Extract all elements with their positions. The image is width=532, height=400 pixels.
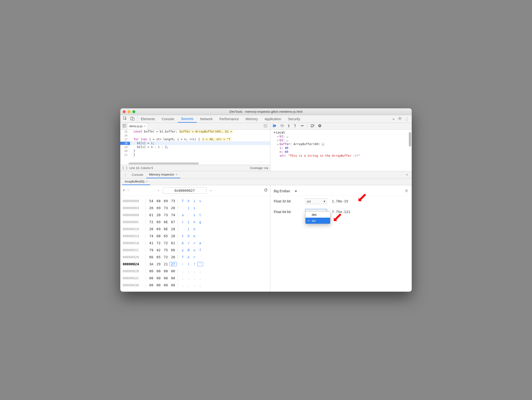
hex-byte[interactable]: 00	[148, 276, 155, 280]
gutter-line[interactable]: 19	[120, 146, 130, 149]
step-into-icon[interactable]	[287, 124, 290, 128]
hex-byte[interactable]: 54	[148, 199, 155, 203]
hex-byte[interactable]: 29	[155, 262, 162, 266]
deactivate-breakpoints-icon[interactable]	[311, 124, 315, 128]
hex-byte[interactable]: 66	[169, 248, 177, 252]
horizontal-scrollbar[interactable]	[120, 162, 270, 165]
hex-byte[interactable]: 72	[148, 220, 155, 224]
drawer-tab-console[interactable]: Console	[129, 171, 146, 178]
hex-ascii[interactable]: .	[191, 276, 197, 280]
hex-ascii[interactable]: '	[197, 262, 203, 266]
hex-ascii[interactable]: t	[197, 213, 203, 217]
hex-row[interactable]: 0000000054686973This	[123, 197, 268, 204]
hex-byte[interactable]: 72	[162, 255, 169, 259]
hex-ascii[interactable]: g	[197, 220, 203, 224]
hex-ascii[interactable]: r	[191, 241, 197, 245]
gutter-line[interactable]: 21	[120, 153, 130, 156]
hex-ascii[interactable]: !	[191, 262, 197, 266]
next-page-icon[interactable]: ›	[208, 188, 213, 193]
hex-ascii[interactable]: s	[191, 206, 197, 210]
hex-ascii[interactable]: h	[186, 199, 191, 203]
hex-ascii[interactable]: B	[186, 248, 191, 252]
inspect-element-icon[interactable]	[123, 117, 127, 121]
hex-ascii[interactable]: r	[180, 220, 186, 224]
hex-byte[interactable]: 00	[162, 276, 169, 280]
hex-ascii[interactable]: n	[191, 220, 197, 224]
hex-byte[interactable]: 72	[155, 241, 162, 245]
scope-variable[interactable]: n: 60	[271, 150, 411, 154]
format-select[interactable]: sci▾	[305, 198, 327, 204]
hex-ascii[interactable]: i	[186, 227, 191, 231]
tab-memory[interactable]: Memory	[242, 115, 261, 123]
hex-byte[interactable]: 69	[155, 206, 162, 210]
hex-ascii[interactable]: .	[197, 283, 203, 287]
snippets-run-icon[interactable]	[262, 124, 269, 128]
hex-byte[interactable]: 00	[155, 283, 162, 287]
dropdown-option[interactable]: ✓sci	[305, 218, 330, 224]
hex-byte[interactable]: 42	[155, 248, 162, 252]
drawer-tab-memory-inspector[interactable]: Memory Inspector×	[146, 171, 181, 178]
hex-ascii[interactable]: a	[197, 241, 203, 245]
hex-byte[interactable]: 27	[169, 262, 177, 266]
code-editor[interactable]: 15 const buffer = b1.buffer;buffer = Arr…	[120, 130, 270, 162]
tab-application[interactable]: Application	[261, 115, 285, 123]
gutter-line[interactable]: 16	[120, 134, 130, 137]
hex-ascii[interactable]: T	[180, 199, 186, 203]
hex-row[interactable]: 0000002800000000....	[123, 267, 268, 274]
hex-row[interactable]: 0000001841727261Arra	[123, 239, 268, 246]
hex-ascii[interactable]: )	[186, 262, 191, 266]
step-over-icon[interactable]	[280, 124, 284, 128]
tab-security[interactable]: Security	[285, 115, 304, 123]
navigator-toggle-icon[interactable]	[122, 124, 127, 128]
prev-page-icon[interactable]: ‹	[156, 188, 161, 193]
step-icon[interactable]	[300, 124, 304, 128]
hex-byte[interactable]: 74	[169, 213, 177, 217]
scope-variable[interactable]: ▸buffer: ArrayBuffer(60) ⋯	[271, 142, 411, 146]
hex-row[interactable]: 0000002066657220fer	[123, 253, 268, 260]
close-icon[interactable]: ×	[176, 173, 178, 176]
more-tabs-icon[interactable]: »	[393, 117, 395, 121]
hex-ascii[interactable]: i	[186, 220, 191, 224]
hex-byte[interactable]: 65	[155, 255, 162, 259]
settings-icon[interactable]	[398, 117, 402, 121]
scope-variable[interactable]: ▸b1: …	[271, 134, 411, 138]
hex-byte[interactable]: 3A	[148, 262, 155, 266]
hex-byte[interactable]: 68	[155, 234, 162, 238]
scope-header[interactable]: ▼Local	[271, 131, 411, 134]
address-input[interactable]	[163, 187, 206, 194]
dropdown-option[interactable]: dec	[305, 212, 330, 218]
gutter-line[interactable]: 18	[120, 142, 130, 145]
resume-button-icon[interactable]	[273, 124, 277, 128]
file-tab[interactable]: demo-js.js ×	[127, 123, 148, 129]
scope-variable[interactable]: ▸b2: …	[271, 138, 411, 142]
hex-byte[interactable]: 20	[169, 227, 177, 231]
hex-byte[interactable]: 67	[169, 220, 177, 224]
hex-ascii[interactable]: r	[191, 255, 197, 259]
hex-ascii[interactable]: f	[180, 255, 186, 259]
scope-variable[interactable]: str: "This is a string in the ArrayBuffe…	[271, 154, 411, 158]
hex-ascii[interactable]: a	[180, 213, 186, 217]
gutter-line[interactable]: 17	[120, 138, 130, 141]
hex-byte[interactable]: 00	[162, 283, 169, 287]
pause-exceptions-icon[interactable]	[318, 124, 321, 128]
hex-ascii[interactable]: .	[191, 269, 197, 273]
hex-ascii[interactable]: y	[180, 248, 186, 252]
hex-byte[interactable]: 75	[162, 248, 169, 252]
endianness-select[interactable]: Big Endian ▾	[274, 189, 297, 193]
hex-ascii[interactable]: t	[180, 234, 186, 238]
kebab-menu-icon[interactable]: ⋮	[405, 117, 409, 121]
redo-icon[interactable]: ↷	[127, 189, 129, 192]
hex-ascii[interactable]: i	[191, 199, 197, 203]
tab-elements[interactable]: Elements	[137, 115, 158, 123]
hex-byte[interactable]: 20	[148, 227, 155, 231]
close-icon[interactable]: ×	[144, 125, 146, 128]
hex-byte[interactable]: 79	[148, 248, 155, 252]
hex-byte[interactable]: 00	[155, 269, 162, 273]
hex-ascii[interactable]: .	[180, 283, 186, 287]
hex-row[interactable]: 0000001C79427566yBuf	[123, 246, 268, 253]
hex-row[interactable]: 0000002C00000000....	[123, 274, 268, 281]
hex-row[interactable]: 0000001020696E20in	[123, 225, 268, 232]
hex-byte[interactable]: 00	[162, 269, 169, 273]
hex-ascii[interactable]: A	[180, 241, 186, 245]
hex-byte[interactable]: 68	[155, 199, 162, 203]
